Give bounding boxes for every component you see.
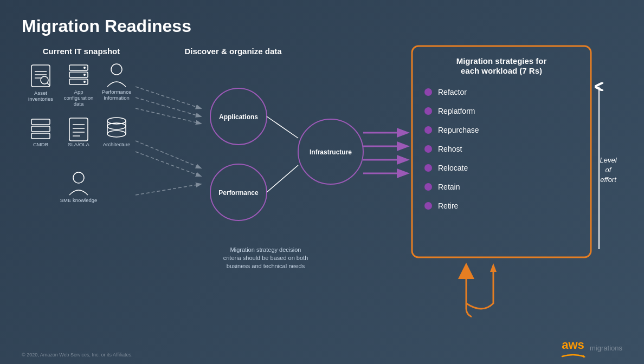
svg-text:SLA/OLA: SLA/OLA	[68, 141, 89, 147]
retire-label: Retire	[438, 202, 459, 210]
aws-logo: aws migrations	[559, 338, 622, 358]
svg-rect-22	[69, 118, 88, 141]
svg-text:configuration: configuration	[64, 95, 93, 101]
cmdb-icon	[31, 119, 50, 139]
footer-text: © 2020, Amazon Web Services, Inc. or its…	[22, 352, 132, 358]
sme-knowledge-icon	[69, 172, 88, 195]
architecture-icon	[107, 118, 126, 137]
slide: Migration Readiness Current IT snapshot …	[0, 0, 644, 364]
app-config-icon	[69, 65, 88, 84]
refactor-dot	[424, 88, 432, 96]
refactor-label: Refactor	[438, 88, 467, 96]
svg-marker-42	[583, 355, 585, 358]
svg-rect-18	[31, 119, 50, 125]
applications-label: Applications	[219, 113, 258, 121]
svg-text:Architecture: Architecture	[103, 141, 131, 147]
svg-text:Information: Information	[104, 95, 130, 101]
retain-label: Retain	[438, 183, 460, 191]
aws-migrations-label: migrations	[590, 344, 622, 352]
svg-point-11	[83, 81, 86, 83]
repurchase-label: Repurchase	[438, 126, 479, 134]
decision-note-line2: criteria should be based on both	[223, 255, 308, 261]
svg-line-38	[136, 108, 201, 123]
conn-app-infra	[267, 116, 298, 138]
svg-rect-19	[31, 126, 50, 132]
svg-point-32	[107, 131, 126, 137]
asset-inventories-label-line1: Asset	[34, 90, 47, 96]
retain-dot	[424, 183, 432, 191]
performance-label: Performance	[218, 189, 259, 197]
repurchase-dot	[424, 126, 432, 134]
decision-note-line3: business and technical needs	[227, 263, 305, 269]
level-effort-label-line3: effort	[600, 176, 617, 184]
aws-swoosh-icon	[559, 352, 587, 358]
diagram-svg: Current IT snapshot Discover & organize …	[22, 38, 622, 341]
infrastructure-label: Infrastructure	[310, 148, 352, 156]
orange-arrow-curve	[466, 309, 472, 317]
svg-point-4	[41, 76, 48, 84]
current-it-title: Current IT snapshot	[43, 47, 120, 56]
orange-curved-arrow	[466, 271, 493, 309]
svg-text:data: data	[74, 101, 84, 107]
svg-point-34	[73, 172, 84, 183]
orange-arrowhead	[490, 263, 497, 272]
svg-rect-20	[31, 133, 50, 139]
retire-dot	[424, 202, 432, 210]
rehost-dot	[424, 145, 432, 153]
asset-inventories-label-line2: inventories	[28, 96, 53, 102]
level-effort-label-line1: Level	[600, 156, 617, 164]
svg-text:App: App	[74, 89, 83, 95]
asset-inventories-icon	[31, 65, 50, 87]
performance-info-icon	[107, 64, 126, 87]
svg-line-41	[136, 184, 201, 195]
aws-text: aws	[562, 338, 584, 352]
relocate-label: Relocate	[438, 164, 468, 172]
svg-text:CMDB: CMDB	[33, 141, 48, 147]
svg-point-10	[83, 74, 86, 76]
rehost-label: Rehost	[438, 145, 462, 153]
replatform-dot	[424, 107, 432, 115]
svg-text:Performance: Performance	[102, 89, 131, 95]
conn-perf-infra	[267, 165, 298, 192]
svg-line-37	[136, 98, 201, 116]
replatform-label: Replatform	[438, 107, 475, 115]
relocate-dot	[424, 164, 432, 172]
strategies-title-line1: Migration strategies for	[456, 56, 547, 66]
page-title: Migration Readiness	[22, 16, 622, 36]
svg-point-15	[111, 64, 122, 75]
svg-point-9	[83, 67, 86, 69]
sla-ola-icon	[69, 118, 88, 141]
strategies-title-line2: each workload (7 Rs)	[461, 66, 542, 75]
dashed-arrows	[136, 87, 201, 195]
discover-title: Discover & organize data	[184, 47, 282, 56]
svg-line-36	[136, 87, 201, 108]
svg-text:SME knowledge: SME knowledge	[60, 197, 98, 203]
decision-note-line1: Migration strategy decision	[230, 246, 301, 253]
level-effort-label-line2: of	[606, 166, 612, 174]
